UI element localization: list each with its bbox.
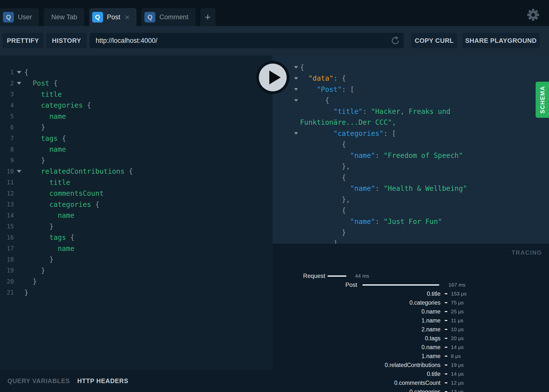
trace-label: 0.title bbox=[273, 371, 440, 377]
trace-row: 0.title153 μs bbox=[273, 289, 549, 298]
code-line: 1{ bbox=[0, 67, 273, 78]
code-text: }, bbox=[300, 196, 350, 204]
code-line: ] bbox=[273, 238, 549, 244]
chevron-down-icon bbox=[294, 77, 298, 80]
code-text: { bbox=[300, 96, 329, 104]
schema-tab[interactable]: SCHEMA bbox=[536, 82, 549, 118]
tracing-title: TRACING bbox=[512, 249, 542, 256]
code-line: { bbox=[273, 62, 549, 73]
trace-row: 0.categories75 μs bbox=[273, 298, 549, 307]
trace-row: 1.name8 μs bbox=[273, 352, 549, 361]
code-line: 21} bbox=[0, 287, 273, 298]
line-number: 11 bbox=[0, 179, 14, 186]
code-text: "categories": [ bbox=[300, 129, 396, 138]
chevron-down-icon bbox=[294, 88, 298, 91]
url-input[interactable]: http://localhost:4000/ bbox=[90, 33, 404, 48]
new-tab-button[interactable]: + bbox=[200, 8, 215, 26]
trace-duration-bar bbox=[445, 373, 447, 374]
chevron-down-icon bbox=[17, 170, 21, 173]
fold-arrow-icon[interactable] bbox=[292, 99, 300, 102]
code-text: "name": "Just For Fun" bbox=[300, 218, 442, 226]
fold-arrow-icon[interactable] bbox=[14, 71, 24, 74]
fold-arrow-icon[interactable] bbox=[14, 82, 24, 85]
trace-label: 0.relatedContributions bbox=[273, 362, 440, 368]
chevron-down-icon bbox=[294, 132, 298, 135]
http-headers-tab[interactable]: HTTP HEADERS bbox=[77, 377, 128, 385]
tab-label: User bbox=[18, 13, 32, 21]
code-text: "name": "Health & Wellbeing" bbox=[300, 184, 467, 193]
query-badge-icon: Q bbox=[144, 12, 155, 23]
code-line: 10 relatedContributions { bbox=[0, 166, 273, 177]
code-text: { bbox=[300, 173, 346, 182]
code-line: }, bbox=[273, 194, 549, 205]
tab-row: QUserNew TabQPost×QComment + bbox=[0, 8, 215, 26]
code-text: } bbox=[24, 156, 45, 165]
fold-arrow-icon[interactable] bbox=[292, 88, 300, 91]
tab-user[interactable]: QUser bbox=[0, 8, 39, 26]
trace-duration-bar bbox=[445, 365, 447, 366]
trace-duration-bar bbox=[445, 320, 447, 321]
code-line: 12 commentsCount bbox=[0, 188, 273, 199]
close-icon[interactable]: × bbox=[125, 13, 130, 21]
prettify-button[interactable]: PRETTIFY bbox=[2, 33, 43, 48]
fold-arrow-icon[interactable] bbox=[292, 77, 300, 80]
trace-row: 2.name10 μs bbox=[273, 325, 549, 334]
trace-row: 0.name25 μs bbox=[273, 307, 549, 316]
trace-label: Request bbox=[273, 272, 325, 279]
code-line: }, bbox=[273, 161, 549, 172]
code-line: 15 } bbox=[0, 221, 273, 232]
code-line: 20 } bbox=[0, 276, 273, 287]
chevron-down-icon bbox=[17, 82, 21, 85]
code-line: 11 title bbox=[0, 177, 273, 188]
code-text: name bbox=[24, 211, 74, 220]
fold-arrow-icon[interactable] bbox=[292, 66, 300, 69]
code-line: 17 name bbox=[0, 243, 273, 254]
tab-new-tab[interactable]: New Tab bbox=[44, 8, 84, 26]
settings-gear-icon[interactable] bbox=[527, 9, 539, 21]
execute-query-button[interactable] bbox=[256, 61, 289, 94]
code-line: "data": { bbox=[273, 73, 549, 84]
line-number: 4 bbox=[0, 102, 14, 109]
schema-tab-label: SCHEMA bbox=[539, 86, 546, 114]
tab-post[interactable]: QPost× bbox=[89, 8, 137, 26]
url-text: http://localhost:4000/ bbox=[96, 37, 390, 45]
line-number: 2 bbox=[0, 80, 14, 87]
query-variables-tab[interactable]: QUERY VARIABLES bbox=[7, 377, 70, 385]
tab-comment[interactable]: QComment bbox=[141, 8, 195, 26]
fold-arrow-icon[interactable] bbox=[14, 170, 24, 173]
trace-value: 10 μs bbox=[451, 326, 464, 332]
code-text: } bbox=[300, 228, 346, 237]
copy-curl-button[interactable]: COPY CURL bbox=[411, 33, 457, 48]
code-line: { bbox=[273, 95, 549, 106]
code-text: Funktionäre...Der CCC", bbox=[300, 118, 396, 126]
code-text: Post { bbox=[24, 79, 58, 87]
code-line: } bbox=[273, 227, 549, 238]
line-number: 3 bbox=[0, 91, 14, 98]
trace-label: 0.name bbox=[273, 308, 440, 315]
trace-value: 167 ms bbox=[448, 282, 466, 288]
refresh-icon[interactable] bbox=[390, 36, 400, 46]
trace-duration-bar bbox=[445, 347, 447, 348]
history-button[interactable]: HISTORY bbox=[46, 33, 87, 48]
trace-value: 19 μs bbox=[451, 362, 464, 368]
fold-arrow-icon[interactable] bbox=[292, 132, 300, 135]
line-number: 18 bbox=[0, 256, 14, 263]
chevron-down-icon bbox=[17, 71, 21, 74]
trace-value: 8 μs bbox=[451, 353, 461, 359]
code-text: name bbox=[24, 145, 66, 153]
code-text: tags { bbox=[24, 233, 74, 242]
code-text: "Post": [ bbox=[300, 85, 354, 94]
code-line: { bbox=[273, 139, 549, 150]
query-editor[interactable]: 1{2 Post {3 title4 categories {5 name6 }… bbox=[0, 55, 273, 370]
trace-label: 2.name bbox=[273, 326, 440, 333]
share-playground-button[interactable]: SHARE PLAYGROUND bbox=[462, 33, 540, 48]
line-number: 13 bbox=[0, 201, 14, 208]
tab-label: Comment bbox=[159, 13, 188, 21]
trace-label: 1.name bbox=[273, 353, 440, 360]
trace-value: 75 μs bbox=[451, 300, 464, 306]
code-line: "categories": [ bbox=[273, 128, 549, 139]
response-viewer: { "data": { "Post": [ { "title": "Hacker… bbox=[273, 55, 549, 244]
code-text: { bbox=[300, 206, 346, 215]
query-badge-icon: Q bbox=[3, 12, 14, 23]
code-line: Funktionäre...Der CCC", bbox=[273, 117, 549, 128]
